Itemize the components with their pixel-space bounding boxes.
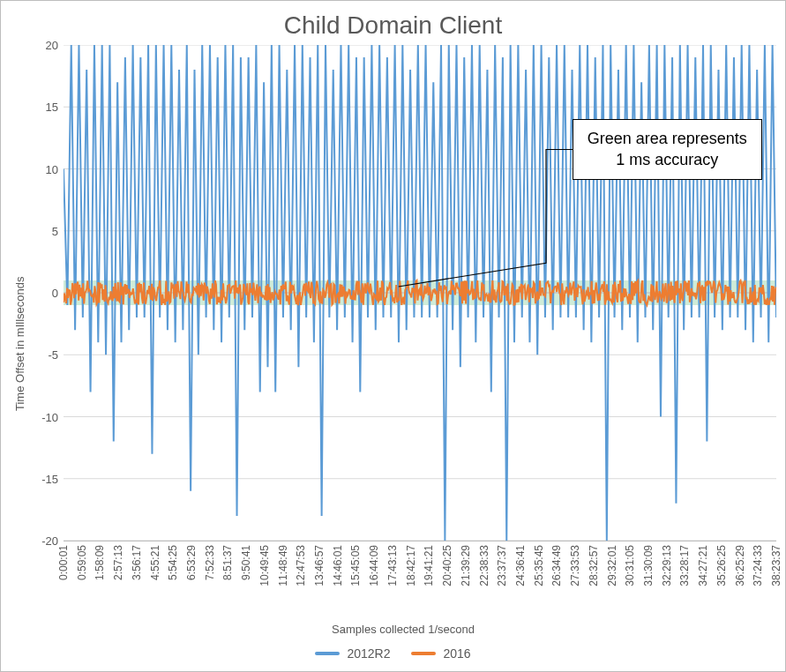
x-tick: 28:32:57 <box>588 545 600 586</box>
x-axis-label: Samples collected 1/second <box>30 623 776 643</box>
x-tick-row: 0:00:010:59:051:58:092:57:133:56:174:55:… <box>30 541 776 623</box>
x-tick: 4:55:21 <box>149 545 161 580</box>
x-tick: 35:26:25 <box>715 545 728 586</box>
x-tick: 5:54:25 <box>167 545 179 580</box>
annotation-box: Green area represents1 ms accuracy <box>573 119 762 180</box>
y-tick: -10 <box>41 410 58 423</box>
chart-container: Child Domain Client Time Offset in mIlls… <box>0 0 786 672</box>
x-tick: 0:59:05 <box>76 545 88 580</box>
x-tick: 30:31:05 <box>624 545 636 586</box>
legend-label-2012r2: 2012R2 <box>347 646 390 661</box>
x-tick: 13:46:57 <box>313 545 326 586</box>
x-tick: 0:00:01 <box>57 545 70 580</box>
x-tick: 23:37:37 <box>496 545 508 586</box>
x-tick: 38:23:37 <box>770 545 782 586</box>
y-tick: 15 <box>46 101 58 114</box>
x-tick: 32:29:13 <box>661 545 673 586</box>
chart-body: Time Offset in mIllseconds -20-15-10-505… <box>10 45 776 643</box>
x-tick: 22:38:33 <box>478 545 490 586</box>
y-tick-column: -20-15-10-505101520 <box>30 45 64 541</box>
legend-swatch-2012r2 <box>315 652 340 655</box>
x-tick: 17:43:13 <box>386 545 399 586</box>
x-tick: 3:56:17 <box>131 545 143 580</box>
legend-swatch-2016 <box>411 652 436 655</box>
x-tick: 25:35:45 <box>533 545 545 586</box>
x-tick: 21:39:29 <box>460 545 472 586</box>
legend-item-2012r2: 2012R2 <box>315 646 390 661</box>
y-tick: 0 <box>52 287 58 300</box>
x-tick: 27:33:53 <box>569 545 581 586</box>
x-tick: 31:30:09 <box>642 545 655 586</box>
x-tick: 26:34:49 <box>550 545 563 586</box>
x-tick: 20:40:25 <box>441 545 453 586</box>
legend: 2012R2 2016 <box>10 643 776 662</box>
plot-row: -20-15-10-505101520 Green area represent… <box>30 45 776 541</box>
x-tick: 36:25:29 <box>734 545 746 586</box>
x-tick: 29:32:01 <box>606 545 618 586</box>
x-tick: 19:41:21 <box>423 545 435 586</box>
legend-label-2016: 2016 <box>443 646 470 661</box>
x-tick: 2:57:13 <box>112 545 124 580</box>
annotation-text: Green area represents1 ms accuracy <box>588 130 747 168</box>
x-tick: 10:49:45 <box>258 545 271 586</box>
y-tick: -20 <box>41 534 58 548</box>
plot-area: Green area represents1 ms accuracy <box>64 45 776 541</box>
x-tick: 11:48:49 <box>277 545 289 586</box>
x-tick: 9:50:41 <box>240 545 252 580</box>
x-tick: 34:27:21 <box>697 545 709 586</box>
x-tick: 12:47:53 <box>295 545 307 586</box>
legend-item-2016: 2016 <box>411 646 470 661</box>
y-tick: -5 <box>48 348 58 362</box>
x-tick: 18:42:17 <box>405 545 417 586</box>
x-tick: 7:52:33 <box>204 545 216 580</box>
x-tick: 37:24:33 <box>752 545 764 586</box>
x-tick: 14:46:01 <box>332 545 344 586</box>
y-tick: 5 <box>52 224 58 237</box>
x-tick: 16:44:09 <box>368 545 380 586</box>
x-tick: 1:58:09 <box>94 545 106 580</box>
x-tick: 15:45:05 <box>349 545 362 586</box>
x-tick: 8:51:37 <box>221 545 234 580</box>
y-tick: -15 <box>41 472 58 485</box>
x-tick: 24:36:41 <box>514 545 527 586</box>
x-tick: 33:28:17 <box>678 545 691 586</box>
chart-title: Child Domain Client <box>10 1 776 45</box>
chart-area: -20-15-10-505101520 Green area represent… <box>30 45 776 643</box>
y-tick: 20 <box>46 39 58 52</box>
y-tick: 10 <box>46 162 58 175</box>
x-tick: 6:53:29 <box>185 545 198 580</box>
x-tick-inner: 0:00:010:59:051:58:092:57:133:56:174:55:… <box>64 541 776 623</box>
y-axis-label: Time Offset in mIllseconds <box>10 45 30 643</box>
